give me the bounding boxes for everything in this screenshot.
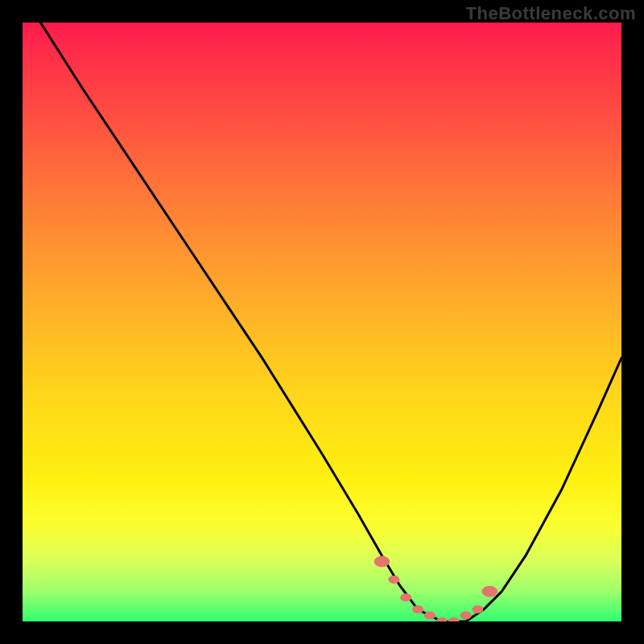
sweet-spot-marker bbox=[388, 576, 399, 584]
sweet-spot-marker bbox=[424, 612, 436, 620]
sweet-spot-markers bbox=[374, 556, 497, 621]
sweet-spot-marker bbox=[374, 556, 390, 568]
chart-container: TheBottleneck.com bbox=[0, 0, 644, 644]
sweet-spot-marker bbox=[436, 617, 448, 621]
sweet-spot-marker bbox=[400, 593, 411, 601]
sweet-spot-marker bbox=[448, 617, 460, 621]
chart-svg bbox=[23, 23, 621, 621]
plot-area bbox=[23, 23, 621, 621]
watermark-text: TheBottleneck.com bbox=[466, 3, 636, 24]
sweet-spot-marker bbox=[482, 586, 498, 597]
sweet-spot-marker bbox=[412, 605, 423, 613]
bottleneck-curve bbox=[40, 23, 621, 621]
sweet-spot-marker bbox=[472, 605, 483, 613]
sweet-spot-marker bbox=[460, 612, 472, 620]
